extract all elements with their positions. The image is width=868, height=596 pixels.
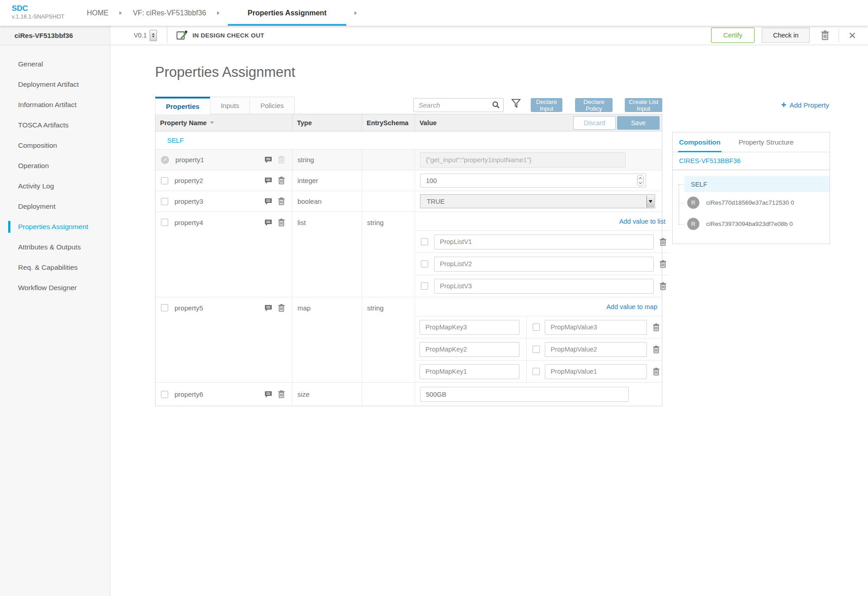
close-icon[interactable]: ✕ [848, 31, 856, 40]
sidebar-item-properties-assignment[interactable]: Properties Assignment [0, 219, 110, 235]
sdc-logo[interactable]: SDC v.1.16.1-SNAPSHOT [0, 0, 84, 26]
tab-property-structure[interactable]: Property Structure [739, 132, 794, 152]
delete-property-icon[interactable] [278, 390, 285, 398]
property-entry-schema [362, 170, 415, 191]
entity-name: ciRes-VF513bbf36 [0, 26, 110, 45]
table-controls: Properties Inputs Policies [155, 96, 662, 114]
tab-composition[interactable]: Composition [679, 132, 721, 152]
tab-inputs[interactable]: Inputs [210, 97, 250, 114]
search-input[interactable] [413, 98, 504, 112]
sidebar-item-composition[interactable]: Composition [0, 137, 110, 154]
delete-property-icon[interactable] [278, 156, 285, 164]
sidebar-item-general[interactable]: General [0, 56, 110, 72]
tree-item-instance[interactable]: R ciRes73973094ba923df7e08b 0 [684, 213, 830, 235]
properties-tabs: Properties Inputs Policies [155, 97, 294, 114]
tree-item-instance[interactable]: R ciRes770d18569e37ac712530 0 [684, 192, 830, 213]
property-name: property3 [175, 197, 203, 205]
breadcrumb-properties-assignment[interactable]: Properties Assignment [228, 0, 347, 26]
list-item-checkbox[interactable] [421, 282, 428, 290]
composition-tree: SELF R ciRes770d18569e37ac712530 0 R ciR… [673, 176, 830, 235]
sidebar-item-deployment[interactable]: Deployment [0, 198, 110, 215]
map-value-input[interactable] [545, 364, 647, 379]
delete-property-icon[interactable] [278, 219, 285, 226]
value-number-input[interactable] [420, 174, 646, 188]
number-spinner[interactable] [637, 175, 644, 186]
comment-icon[interactable] [264, 391, 272, 398]
sidebar-item-req-capabilities[interactable]: Req. & Capabilities [0, 259, 110, 276]
map-value-input[interactable] [545, 342, 647, 357]
row-checkbox[interactable] [161, 391, 168, 398]
composition-root-link[interactable]: CIRES-VF513BBF36 [673, 152, 830, 170]
delete-list-item-icon[interactable] [660, 260, 666, 268]
delete-map-item-icon[interactable] [653, 368, 660, 375]
tree-item-self[interactable]: SELF [684, 176, 830, 192]
delete-property-icon[interactable] [278, 197, 285, 205]
property-type: size [292, 383, 362, 406]
list-item-checkbox[interactable] [421, 260, 428, 267]
property-entry-schema [362, 150, 415, 170]
comment-icon[interactable] [264, 177, 272, 184]
logo-title: SDC [12, 4, 84, 13]
delete-map-item-icon[interactable] [653, 346, 660, 353]
delete-property-icon[interactable] [278, 304, 285, 312]
sidebar-item-workflow-designer[interactable]: Workflow Designer [0, 280, 110, 296]
discard-button[interactable]: Discard [573, 116, 616, 130]
breadcrumb-vf[interactable]: VF: ciRes-VF513bbf36 [130, 0, 209, 26]
map-key-input[interactable] [420, 320, 519, 335]
row-checkbox[interactable] [161, 219, 168, 226]
sidebar-item-information-artifact[interactable]: Information Artifact [0, 97, 110, 113]
certify-button[interactable]: Certify [711, 28, 755, 43]
sidebar-item-deployment-artifact[interactable]: Deployment Artifact [0, 76, 110, 93]
sidebar-item-activity-log[interactable]: Activity Log [0, 178, 110, 194]
breadcrumb-home[interactable]: HOME [84, 0, 111, 26]
declare-policy-button[interactable]: Declare Policy [575, 98, 613, 112]
map-key-input[interactable] [420, 364, 519, 379]
filter-icon[interactable] [511, 99, 521, 110]
property-entry-schema: string [362, 297, 415, 382]
sidebar-item-operation[interactable]: Operation [0, 158, 110, 174]
declared-check-icon: ✓ [161, 156, 169, 164]
delete-version-icon[interactable] [821, 30, 830, 40]
delete-property-icon[interactable] [278, 177, 285, 184]
create-list-input-button[interactable]: Create List Input [625, 98, 662, 112]
checkin-button[interactable]: Check in [762, 28, 810, 43]
property-name: property5 [175, 304, 203, 312]
breadcrumb-separator-icon [354, 11, 357, 15]
declare-input-button[interactable]: Declare Input [531, 98, 562, 112]
save-button[interactable]: Save [617, 116, 660, 130]
add-value-to-list-link[interactable]: Add value to list [619, 218, 665, 225]
delete-list-item-icon[interactable] [660, 238, 666, 246]
version-select[interactable] [150, 30, 157, 41]
comment-icon[interactable] [264, 305, 272, 312]
sidebar-item-attributes-outputs[interactable]: Attributes & Outputs [0, 239, 110, 255]
tab-policies[interactable]: Policies [250, 97, 295, 114]
map-value-input[interactable] [545, 320, 647, 335]
map-key-input[interactable] [420, 342, 519, 357]
delete-list-item-icon[interactable] [660, 282, 666, 290]
comment-icon[interactable] [264, 198, 272, 205]
list-item-checkbox[interactable] [421, 238, 428, 245]
row-checkbox[interactable] [161, 304, 168, 311]
value-input[interactable] [420, 387, 629, 402]
list-value-input[interactable] [434, 257, 654, 272]
map-item-checkbox[interactable] [533, 324, 540, 331]
version-down-icon [152, 36, 155, 38]
table-row: property5 map string Add v [156, 297, 662, 382]
add-value-to-map-link[interactable]: Add value to map [606, 303, 657, 310]
sidebar-item-tosca-artifacts[interactable]: TOSCA Artifacts [0, 117, 110, 133]
self-group-link[interactable]: SELF [156, 131, 662, 149]
comment-icon[interactable] [264, 156, 272, 164]
boolean-select[interactable]: TRUE [420, 194, 655, 208]
row-checkbox[interactable] [161, 198, 168, 205]
tab-properties[interactable]: Properties [155, 97, 210, 114]
map-item-checkbox[interactable] [533, 346, 540, 353]
list-value-input[interactable] [434, 235, 654, 249]
sort-icon[interactable] [210, 122, 214, 124]
map-item-checkbox[interactable] [533, 368, 540, 375]
table-row: property3 boolean [156, 191, 662, 211]
row-checkbox[interactable] [161, 177, 168, 184]
comment-icon[interactable] [264, 219, 272, 226]
add-property-button[interactable]: + Add Property [781, 100, 830, 109]
delete-map-item-icon[interactable] [653, 324, 660, 331]
list-value-input[interactable] [434, 279, 654, 294]
